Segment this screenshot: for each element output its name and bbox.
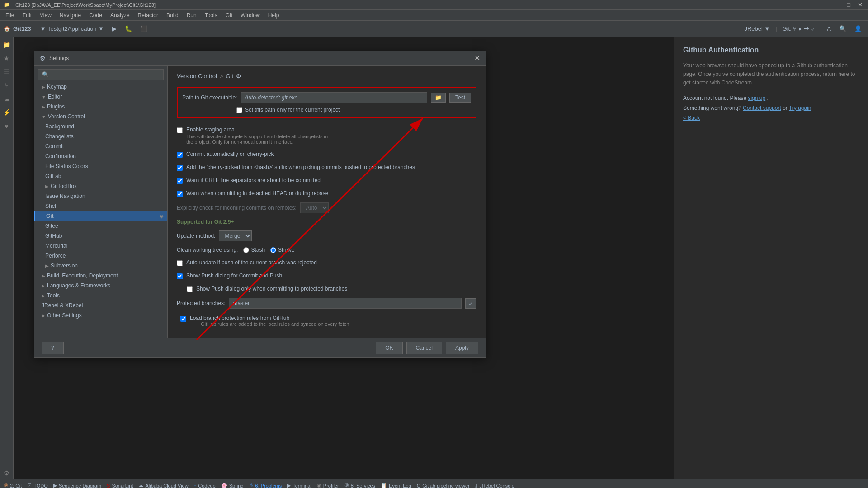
tree-jrebel[interactable]: JRebel & XRebel bbox=[34, 300, 167, 310]
sign-up-link[interactable]: sign up bbox=[748, 95, 765, 101]
contact-support-link[interactable]: Contact support bbox=[743, 105, 781, 111]
tree-other[interactable]: ▶Other Settings bbox=[34, 310, 167, 320]
toolbar-services[interactable]: ⑧ 8: Services bbox=[344, 483, 375, 488]
toolbar-jrebel-console[interactable]: J JRebel Console bbox=[475, 483, 514, 488]
toolbar-todo[interactable]: ☑ TODO bbox=[27, 483, 48, 488]
tree-confirmation[interactable]: Confirmation bbox=[34, 151, 167, 161]
tree-mercurial[interactable]: Mercurial bbox=[34, 241, 167, 251]
git-path-input[interactable] bbox=[241, 92, 427, 103]
maximize-btn[interactable]: □ bbox=[845, 1, 852, 8]
toolbar-run-config[interactable]: ▼ Testgit2Application ▼ bbox=[38, 24, 107, 33]
toolbar-sequence[interactable]: ▶ Sequence Diagram bbox=[53, 483, 101, 488]
git-btn[interactable]: Git: ⑂ ▶ ⮕ ⇄ bbox=[780, 24, 818, 33]
toolbar-terminal[interactable]: ▶ Terminal bbox=[287, 483, 311, 488]
menu-window[interactable]: Window bbox=[237, 11, 264, 19]
tree-perforce[interactable]: Perforce bbox=[34, 251, 167, 261]
tree-changelists[interactable]: Changelists bbox=[34, 131, 167, 141]
clean-shelve-radio[interactable] bbox=[270, 247, 276, 253]
tree-issue-nav[interactable]: Issue Navigation bbox=[34, 191, 167, 201]
toolbar-gitlab-pipeline[interactable]: G Gitlab pipeline viewer bbox=[417, 483, 470, 488]
tree-tools[interactable]: ▶Tools bbox=[34, 291, 167, 300]
activity-codestream[interactable]: ⚡ bbox=[1, 107, 13, 118]
menu-help[interactable]: Help bbox=[264, 11, 283, 19]
menu-git[interactable]: Git bbox=[222, 11, 236, 19]
check3-checkbox[interactable] bbox=[177, 178, 183, 184]
set-path-checkbox[interactable] bbox=[236, 107, 242, 113]
minimize-btn[interactable]: ─ bbox=[834, 1, 841, 8]
menu-analyze[interactable]: Analyze bbox=[107, 11, 133, 19]
menu-edit[interactable]: Edit bbox=[19, 11, 35, 19]
toolbar-profiler[interactable]: ◉ Profiler bbox=[317, 483, 339, 488]
apply-btn[interactable]: Apply bbox=[446, 342, 478, 354]
load-rules-checkbox[interactable] bbox=[180, 316, 186, 322]
toolbar-run-btn[interactable]: ▶ bbox=[109, 24, 119, 33]
tree-gittoolbox[interactable]: ▶GitToolBox bbox=[34, 181, 167, 191]
check1-checkbox[interactable] bbox=[177, 152, 183, 158]
toolbar-git[interactable]: ⑨ 2: Git bbox=[4, 483, 22, 488]
menu-run[interactable]: Run bbox=[183, 11, 200, 19]
check4-checkbox[interactable] bbox=[177, 191, 183, 197]
cancel-btn[interactable]: Cancel bbox=[406, 342, 442, 354]
activity-favorites[interactable]: ♥ bbox=[1, 120, 13, 132]
protected-expand-btn[interactable]: ⤢ bbox=[465, 298, 476, 309]
tree-gitee[interactable]: Gitee bbox=[34, 221, 167, 231]
toolbar-alibaba[interactable]: ☁ Alibaba Cloud View bbox=[138, 483, 188, 488]
menu-view[interactable]: View bbox=[36, 11, 55, 19]
git-test-btn[interactable]: Test bbox=[449, 93, 471, 103]
settings-search[interactable] bbox=[38, 69, 164, 80]
menu-refactor[interactable]: Refactor bbox=[134, 11, 162, 19]
toolbar-eventlog[interactable]: 📋 Event Log bbox=[381, 483, 411, 488]
activity-project[interactable]: 📁 bbox=[1, 39, 13, 51]
search-btn[interactable]: 🔍 bbox=[836, 24, 849, 33]
toolbar-spring[interactable]: 🌸 Spring bbox=[221, 483, 244, 488]
git-browse-btn[interactable]: 📁 bbox=[431, 93, 446, 103]
tree-github[interactable]: GitHub bbox=[34, 231, 167, 241]
toolbar-problems[interactable]: ⚠ 6: Problems bbox=[249, 483, 282, 488]
profile-btn[interactable]: 👤 bbox=[852, 24, 864, 33]
menu-tools[interactable]: Tools bbox=[201, 11, 221, 19]
toolbar-coverage-btn[interactable]: ⬛ bbox=[137, 24, 150, 33]
check2-checkbox[interactable] bbox=[177, 165, 183, 171]
menu-build[interactable]: Build bbox=[163, 11, 182, 19]
try-again-link[interactable]: Try again bbox=[789, 105, 811, 111]
ok-btn[interactable]: OK bbox=[376, 342, 402, 354]
protected-input[interactable] bbox=[229, 298, 462, 309]
menu-code[interactable]: Code bbox=[85, 11, 106, 19]
activity-structure[interactable]: ☰ bbox=[1, 66, 13, 78]
show-push-protected-checkbox[interactable] bbox=[187, 286, 193, 292]
translate-btn[interactable]: A bbox=[824, 24, 834, 33]
incoming-select[interactable]: Auto bbox=[300, 202, 329, 213]
auto-update-checkbox[interactable] bbox=[177, 260, 183, 266]
toolbar-codeup[interactable]: ↑ Codeup bbox=[194, 483, 216, 488]
activity-settings[interactable]: ⚙ bbox=[1, 467, 13, 479]
show-push-checkbox[interactable] bbox=[177, 273, 183, 279]
tree-build[interactable]: ▶Build, Execution, Deployment bbox=[34, 271, 167, 281]
clean-stash-radio[interactable] bbox=[243, 247, 249, 253]
tree-editor[interactable]: ▼Editor bbox=[34, 92, 167, 102]
tree-keymap[interactable]: ▶Keymap bbox=[34, 82, 167, 92]
tree-lang[interactable]: ▶Languages & Frameworks bbox=[34, 281, 167, 291]
menu-navigate[interactable]: Navigate bbox=[56, 11, 85, 19]
tree-vc[interactable]: ▼Version Control bbox=[34, 112, 167, 122]
help-btn[interactable]: ? bbox=[42, 342, 64, 354]
tree-subversion[interactable]: ▶Subversion bbox=[34, 261, 167, 271]
tree-git[interactable]: Git ◉ bbox=[34, 211, 167, 221]
tree-commit[interactable]: Commit bbox=[34, 141, 167, 151]
tree-shelf[interactable]: Shelf bbox=[34, 201, 167, 211]
tree-plugins[interactable]: ▶Plugins bbox=[34, 102, 167, 112]
menu-file[interactable]: File bbox=[2, 11, 18, 19]
settings-close-btn[interactable]: ✕ bbox=[474, 54, 480, 62]
close-btn[interactable]: ✕ bbox=[856, 1, 864, 8]
tree-gitlab[interactable]: GitLab bbox=[34, 171, 167, 181]
toolbar-sonar[interactable]: S SonarLint bbox=[107, 483, 133, 488]
tree-file-status[interactable]: File Status Colors bbox=[34, 161, 167, 171]
activity-pullreq[interactable]: ⑂ bbox=[1, 80, 13, 91]
activity-cloud[interactable]: ☁ bbox=[1, 93, 13, 105]
toolbar-debug-btn[interactable]: 🐛 bbox=[122, 24, 135, 33]
update-method-select[interactable]: Merge bbox=[219, 230, 252, 241]
tree-background[interactable]: Background bbox=[34, 122, 167, 131]
back-link[interactable]: < Back bbox=[683, 115, 859, 121]
enable-staging-checkbox[interactable] bbox=[177, 127, 183, 133]
jrebel-btn[interactable]: JRebel ▼ bbox=[741, 24, 773, 33]
activity-bookmark[interactable]: ★ bbox=[1, 52, 13, 64]
